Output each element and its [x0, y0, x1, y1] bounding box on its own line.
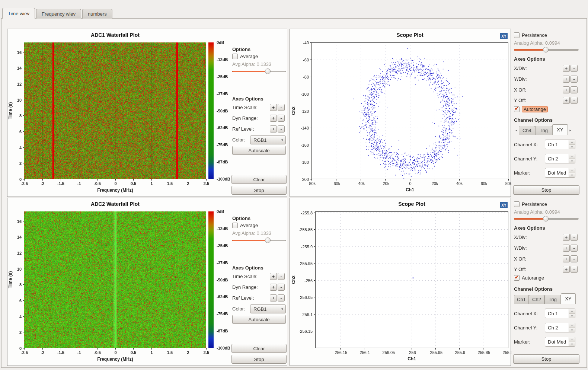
avg-alpha-slider[interactable] [232, 68, 286, 74]
spin-arrows: ▴ ▾ [569, 140, 575, 149]
ref-level-plus-button[interactable]: + [270, 125, 277, 133]
color-dropdown[interactable]: RGB1 ▼ [250, 135, 286, 144]
autorange-checkbox[interactable] [514, 106, 520, 112]
spin-down-icon[interactable]: ▾ [569, 328, 575, 332]
time-scale-minus-button[interactable]: - [278, 104, 285, 111]
dyn-range-minus-button[interactable]: - [278, 115, 285, 122]
time-scale-plus-button[interactable]: + [270, 273, 277, 280]
marker-spinbox[interactable]: Dot Med ▴ ▾ [545, 337, 575, 347]
yoff-minus-button[interactable]: - [571, 97, 578, 104]
spin-down-icon[interactable]: ▾ [569, 145, 575, 149]
yoff-plus-button[interactable]: + [563, 97, 570, 104]
dyn-range-plus-button[interactable]: + [270, 284, 277, 291]
xoff-plus-button[interactable]: + [563, 86, 570, 93]
ref-level-minus-button[interactable]: - [278, 294, 285, 302]
ydiv-plus-button[interactable]: + [563, 76, 570, 83]
adc1-waterfall-canvas [7, 29, 235, 197]
slider-handle[interactable] [265, 237, 271, 243]
stop-button[interactable]: Stop [513, 185, 579, 195]
color-dropdown[interactable]: RGB1 ▼ [250, 304, 286, 313]
spin-up-icon[interactable]: ▴ [569, 309, 575, 314]
yoff-minus-button[interactable]: - [571, 266, 578, 273]
spin-down-icon[interactable]: ▾ [569, 342, 575, 347]
ref-level-label: Ref Level: [232, 126, 254, 132]
ydiv-minus-button[interactable]: - [571, 245, 578, 252]
time-scale-minus-button[interactable]: - [278, 273, 285, 280]
autoscale-button[interactable]: Autoscale [232, 146, 286, 155]
ref-level-minus-button[interactable]: - [278, 125, 285, 133]
autoscale-button[interactable]: Autoscale [232, 315, 286, 324]
channel-tab-xy[interactable]: XY [561, 293, 576, 304]
analog-alpha-label: Analog Alpha: 0.0994 [514, 40, 560, 46]
dyn-range-plus-button[interactable]: + [270, 115, 277, 122]
tab-numbers[interactable]: numbers [82, 9, 112, 19]
tab-scroll-left-icon[interactable]: ◂ [514, 126, 519, 135]
average-row[interactable]: Average [232, 223, 258, 228]
ref-level-plus-button[interactable]: + [270, 294, 277, 302]
spin-arrows: ▴ ▾ [569, 337, 575, 346]
xoff-minus-button[interactable]: - [571, 255, 578, 262]
notebook-tabbar: Time wiev Frequency wiev numbers [2, 8, 112, 19]
autorange-row[interactable]: Autorange [514, 275, 544, 281]
spin-up-icon[interactable]: ▴ [569, 337, 575, 342]
spin-down-icon[interactable]: ▾ [569, 314, 575, 318]
xdiv-plus-button[interactable]: + [563, 65, 570, 72]
channel-tab-trig[interactable]: Trig [535, 126, 552, 135]
spin-down-icon[interactable]: ▾ [569, 159, 575, 163]
avg-alpha-slider[interactable] [232, 237, 286, 243]
ydiv-plus-button[interactable]: + [563, 245, 570, 252]
xdiv-minus-button[interactable]: - [571, 65, 578, 72]
xdiv-minus-button[interactable]: - [571, 234, 578, 241]
autorange-checkbox[interactable] [514, 275, 520, 281]
analog-alpha-slider[interactable] [514, 47, 579, 53]
marker-spinbox[interactable]: Dot Med ▴ ▾ [545, 168, 575, 178]
spin-up-icon[interactable]: ▴ [569, 140, 575, 145]
tab-scroll-right-icon[interactable]: ▸ [568, 126, 573, 135]
persistence-checkbox[interactable] [514, 32, 520, 38]
slider-handle[interactable] [543, 47, 549, 52]
persistence-checkbox[interactable] [514, 201, 520, 207]
channel-y-spinbox[interactable]: Ch 2 ▴ ▾ [545, 154, 575, 163]
analog-alpha-slider[interactable] [514, 216, 579, 222]
channel-tabs: ◂ Ch4 Trig XY ▸ [514, 124, 579, 135]
average-checkbox[interactable] [232, 223, 238, 228]
stop-button[interactable]: Stop [231, 355, 287, 364]
channel-tab-ch1[interactable]: Ch1 [514, 295, 529, 304]
clear-button[interactable]: Clear [231, 175, 287, 184]
channel-tab-ch2[interactable]: Ch2 [529, 295, 544, 304]
slider-handle[interactable] [265, 68, 271, 74]
tab-time-view[interactable]: Time wiev [2, 8, 35, 19]
adc1-waterfall-panel: ADC1 Waterfall Plot Options Average Avg … [7, 29, 287, 197]
options-header: Options [232, 216, 250, 221]
xoff-plus-button[interactable]: + [563, 255, 570, 262]
spin-up-icon[interactable]: ▴ [569, 323, 575, 328]
average-checkbox[interactable] [232, 54, 238, 59]
scope2-sidebar: Persistence Analog Alpha: 0.0994 Axes Op… [513, 199, 579, 366]
spin-down-icon[interactable]: ▾ [569, 173, 575, 178]
time-scale-plus-button[interactable]: + [270, 104, 277, 111]
dyn-range-minus-button[interactable]: - [278, 284, 285, 291]
xoff-minus-button[interactable]: - [571, 86, 578, 93]
xoff-label: X Off: [514, 87, 526, 93]
waterfall-options: Options Average Avg Alpha: 0.1333 Axes O… [231, 198, 287, 366]
spin-up-icon[interactable]: ▴ [569, 168, 575, 173]
channel-x-spinbox[interactable]: Ch 1 ▴ ▾ [545, 309, 575, 318]
persistence-row[interactable]: Persistence [514, 201, 547, 207]
clear-button[interactable]: Clear [231, 344, 287, 353]
channel-x-spinbox[interactable]: Ch 1 ▴ ▾ [545, 140, 575, 149]
stop-button[interactable]: Stop [513, 354, 579, 364]
autorange-row[interactable]: Autorange [514, 106, 548, 112]
yoff-plus-button[interactable]: + [563, 266, 570, 273]
stop-button[interactable]: Stop [231, 186, 287, 195]
slider-handle[interactable] [543, 216, 549, 221]
channel-tab-ch4[interactable]: Ch4 [519, 126, 535, 135]
xdiv-plus-button[interactable]: + [563, 234, 570, 241]
channel-tab-xy[interactable]: XY [552, 124, 568, 135]
spin-up-icon[interactable]: ▴ [569, 154, 575, 159]
tab-frequency-view[interactable]: Frequency wiev [36, 9, 81, 19]
persistence-row[interactable]: Persistence [514, 32, 547, 38]
ydiv-minus-button[interactable]: - [571, 76, 578, 83]
average-row[interactable]: Average [232, 54, 258, 59]
channel-tab-trig[interactable]: Trig [544, 295, 561, 304]
channel-y-spinbox[interactable]: Ch 2 ▴ ▾ [545, 323, 575, 332]
